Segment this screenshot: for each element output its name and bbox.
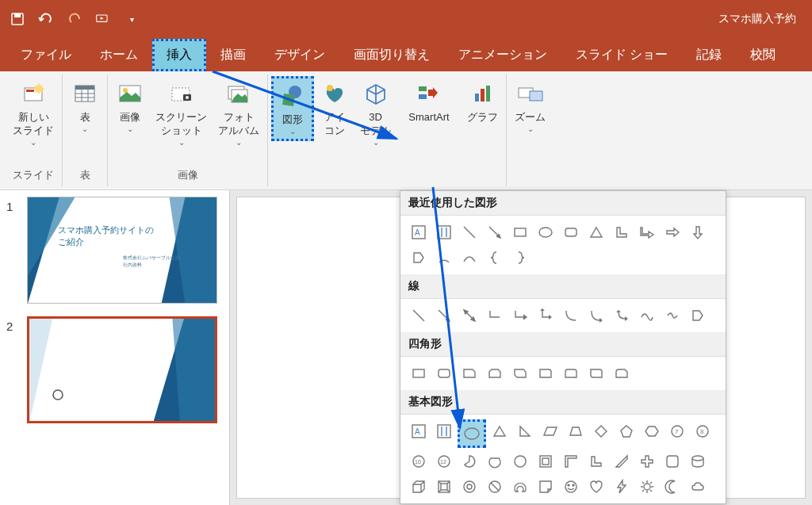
shape-line-double-arrow[interactable] (458, 304, 481, 327)
chart-button[interactable]: グラフ (462, 76, 503, 128)
screenshot-button[interactable]: スクリーン ショット ⌄ (151, 76, 212, 150)
shape-elbow-arrow[interactable] (508, 304, 532, 327)
shape-no-symbol[interactable] (483, 475, 507, 499)
save-icon[interactable] (10, 11, 25, 27)
tab-file[interactable]: ファイル (6, 39, 86, 71)
tab-slideshow[interactable]: スライド ショー (561, 39, 682, 71)
shape-snip2-rect[interactable] (483, 362, 507, 385)
shape-curved-double[interactable] (610, 304, 634, 327)
tab-review[interactable]: 校閲 (736, 39, 790, 71)
shape-triangle[interactable] (488, 419, 511, 443)
tab-insert[interactable]: 挿入 (152, 39, 206, 71)
shape-curved-arrow[interactable] (584, 304, 608, 327)
thumbnail-slide-1[interactable]: 1 スマホ購入予約サイトの ご紹介 株式会社ムバサーブル企画 社内資料 (6, 197, 223, 304)
image-button[interactable]: 画像 ⌄ (111, 76, 149, 136)
shape-bevel[interactable] (432, 475, 456, 499)
start-from-beginning-icon[interactable] (95, 11, 111, 27)
shape-arrow-elbow[interactable] (635, 220, 659, 244)
shape-octagon[interactable]: 8 (691, 419, 714, 443)
redo-icon[interactable] (67, 11, 82, 27)
smartart-button[interactable]: SmartArt (397, 76, 461, 128)
shape-lightning[interactable] (610, 475, 634, 499)
shape-donut[interactable] (458, 475, 481, 499)
photo-album-button[interactable]: フォト アルバム ⌄ (213, 76, 264, 150)
shape-diag-stripe[interactable] (610, 450, 634, 473)
shape-textbox[interactable]: A (407, 419, 431, 443)
shape-textbox[interactable]: A (407, 220, 431, 244)
shape-block-arc[interactable] (508, 475, 532, 499)
shape-line-arrow[interactable] (432, 304, 456, 327)
table-button[interactable]: 表 ⌄ (66, 76, 104, 136)
thumbnail-slide-2[interactable]: 2 (6, 316, 223, 423)
shape-l-shape[interactable] (584, 450, 608, 473)
shape-line-arrow[interactable] (483, 220, 507, 244)
shape-cloud[interactable] (686, 475, 710, 499)
shape-oval[interactable] (534, 220, 557, 244)
shape-rectangle[interactable] (508, 220, 532, 244)
shape-round2-rect[interactable] (559, 362, 583, 385)
shape-freeform[interactable] (407, 246, 431, 270)
tab-record[interactable]: 記録 (682, 39, 736, 71)
shape-left-brace[interactable] (483, 246, 507, 270)
shape-line[interactable] (458, 220, 481, 244)
shape-oval[interactable] (458, 419, 486, 448)
shape-trapezoid[interactable] (564, 419, 588, 443)
shape-triangle[interactable] (584, 220, 608, 244)
tab-home[interactable]: ホーム (86, 39, 152, 71)
shape-frame[interactable] (534, 450, 557, 473)
shape-l-shape[interactable] (610, 220, 634, 244)
shape-heart[interactable] (584, 475, 608, 499)
qat-customize-icon[interactable]: ▾ (124, 11, 140, 27)
shape-snip-round-rect[interactable] (610, 362, 634, 385)
3d-models-button[interactable]: 3D モデル ⌄ (355, 76, 396, 150)
shape-textbox-v[interactable] (432, 419, 456, 443)
shape-curve[interactable] (458, 246, 481, 270)
shape-textbox-vertical[interactable] (432, 220, 456, 244)
shape-hexagon[interactable] (640, 419, 664, 443)
shape-rounded-rect[interactable] (559, 220, 583, 244)
shape-curved-connector[interactable] (559, 304, 583, 327)
shape-folded-corner[interactable] (534, 475, 557, 499)
zoom-button[interactable]: ズーム ⌄ (510, 76, 550, 136)
shape-snip-rect[interactable] (458, 362, 481, 385)
tab-draw[interactable]: 描画 (206, 39, 260, 71)
shape-can[interactable] (686, 450, 710, 473)
shape-scribble[interactable] (661, 304, 684, 327)
shape-line[interactable] (407, 304, 431, 327)
shape-cube[interactable] (407, 475, 431, 499)
shapes-button[interactable]: 図形 ⌄ (271, 76, 314, 141)
tab-transitions[interactable]: 画面切り替え (339, 39, 444, 71)
shape-decagon[interactable]: 10 (407, 450, 431, 473)
shape-snip-diag-rect[interactable] (508, 362, 532, 385)
icons-button[interactable]: アイ コン (316, 76, 354, 141)
shape-arrow-right[interactable] (661, 220, 684, 244)
undo-icon[interactable] (38, 11, 54, 27)
shape-half-frame[interactable] (559, 450, 583, 473)
shape-pie[interactable] (458, 450, 481, 473)
shape-teardrop[interactable] (508, 450, 532, 473)
shape-right-brace[interactable] (508, 246, 532, 270)
shape-diamond[interactable] (589, 419, 613, 443)
shape-curve-free[interactable] (635, 304, 659, 327)
shape-plaque[interactable] (661, 450, 684, 473)
shape-pentagon[interactable] (615, 419, 638, 443)
shape-smiley[interactable] (559, 475, 583, 499)
shape-moon[interactable] (661, 475, 684, 499)
shape-round1-rect[interactable] (534, 362, 557, 385)
shape-round-diag-rect[interactable] (584, 362, 608, 385)
tab-animations[interactable]: アニメーション (444, 39, 561, 71)
shape-round-rect[interactable] (432, 362, 456, 385)
shape-elbow-double[interactable] (534, 304, 557, 327)
shape-right-triangle[interactable] (513, 419, 537, 443)
tab-design[interactable]: デザイン (260, 39, 339, 71)
shape-rect[interactable] (407, 362, 431, 385)
new-slide-button[interactable]: 新しい スライド ⌄ (8, 76, 59, 150)
shape-sun[interactable] (635, 475, 659, 499)
shape-chord[interactable] (483, 450, 507, 473)
shape-arrow-down[interactable] (686, 220, 710, 244)
shape-arc[interactable] (432, 246, 456, 270)
shape-plus[interactable] (635, 450, 659, 473)
shape-heptagon[interactable]: 7 (665, 419, 689, 443)
shape-elbow-connector[interactable] (483, 304, 507, 327)
shape-freeform-poly[interactable] (686, 304, 710, 327)
